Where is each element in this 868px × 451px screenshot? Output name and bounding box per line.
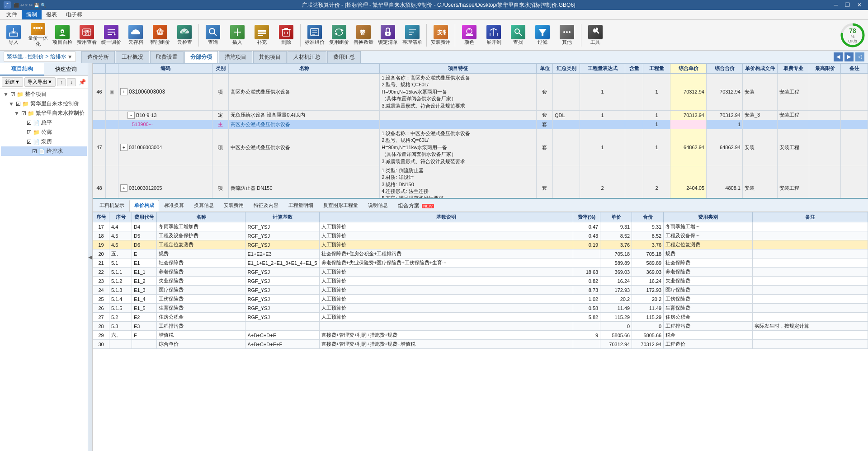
btn-search[interactable]: 查询 <box>201 22 225 49</box>
sidebar-down-btn[interactable]: ↓ <box>67 78 76 86</box>
bottom-tab-combo[interactable]: 组合方案 NEW <box>393 200 439 211</box>
btn-expand[interactable]: 展开到 <box>482 22 505 49</box>
btn-reuse[interactable]: 复用组价 <box>327 22 351 49</box>
expand-btn[interactable]: - <box>127 112 135 119</box>
btn-fee[interactable]: 费 费用查看 <box>75 22 99 49</box>
btrow-num: 29 <box>93 331 109 340</box>
expand-btn[interactable]: + <box>120 184 127 192</box>
bottom-tab-labor[interactable]: 工料机显示 <box>94 200 129 211</box>
bottom-tab-features[interactable]: 特征及内容 <box>249 200 283 211</box>
expand-btn[interactable]: + <box>120 144 127 151</box>
bottom-tab-quantity[interactable]: 工程量明细 <box>283 200 318 211</box>
tab-other-items[interactable]: 其他项目 <box>253 51 287 63</box>
btn-lock[interactable]: 锁定清单 <box>376 22 400 49</box>
tab-resources[interactable]: 人材机汇总 <box>288 51 326 63</box>
bottom-tab-desc[interactable]: 说明信息 <box>363 200 393 211</box>
btrow-unitprice: 5805.66 <box>600 331 632 340</box>
sidebar-pin-btn[interactable]: 📌 <box>79 79 86 85</box>
tab-fee-summary[interactable]: 费用汇总 <box>327 51 361 63</box>
tab-measures[interactable]: 措施项目 <box>219 51 252 63</box>
btn-find[interactable]: 查找 <box>506 22 530 49</box>
bottom-tab-install[interactable]: 安装费用 <box>219 200 249 211</box>
btn-sort[interactable]: 整理清单 <box>401 22 424 49</box>
tree-item-total[interactable]: ☑ 📄 总平 <box>1 118 87 127</box>
nav-prev[interactable]: ◀ <box>834 52 843 61</box>
btn-smart[interactable]: AI 智能组价 <box>148 22 172 49</box>
btn-cloudcheck[interactable]: 云检查 <box>173 22 196 49</box>
water-checkbox[interactable]: ☑ <box>32 148 37 155</box>
sidebar-up-btn[interactable]: ↑ <box>57 78 66 86</box>
tree-item-water[interactable]: ☑ 📄 给排水 <box>1 146 87 156</box>
tab-overview[interactable]: 工程概况 <box>116 51 149 63</box>
subproject-expand[interactable]: ▼ <box>14 110 20 117</box>
btn-std[interactable]: 标准组价 <box>303 22 326 49</box>
total-checkbox[interactable]: ☑ <box>27 120 32 126</box>
btn-import[interactable]: 导入 <box>2 22 25 49</box>
title-app-controls[interactable]: ⬛ ↩ × ✂ 💾 🔍 <box>14 3 46 8</box>
menu-report[interactable]: 报表 <box>42 10 61 19</box>
subproject-checkbox[interactable]: ☑ <box>21 110 26 117</box>
project-expand[interactable]: ▼ <box>8 101 14 107</box>
tree-item-project[interactable]: ▼ ☑ 📁 繁华里自来水控制价 <box>1 99 87 108</box>
row-check[interactable] <box>106 166 118 199</box>
btn-tools-label: 工具 <box>590 39 600 45</box>
bottom-tab-conv[interactable]: 换算信息 <box>189 200 219 211</box>
row-check[interactable]: ▣ <box>106 74 118 111</box>
expand-btn[interactable]: + <box>120 88 127 95</box>
breadcrumb-dropdown[interactable]: ▼ <box>67 54 73 60</box>
sidebar-tab-search[interactable]: 快速查询 <box>44 63 88 75</box>
btn-replace[interactable]: 替 替换数量 <box>352 22 375 49</box>
bottom-tab-trace[interactable]: 反查图形工程量 <box>318 200 363 211</box>
row-check[interactable] <box>106 120 118 129</box>
row-totalprice: 4808.1 <box>707 166 743 199</box>
root-expand[interactable]: ▼ <box>3 91 9 98</box>
tree-item-root[interactable]: ▼ ☑ 📁 整个项目 <box>1 89 87 99</box>
tab-cost-analysis[interactable]: 造价分析 <box>81 51 115 63</box>
root-checkbox[interactable]: ☑ <box>10 91 15 98</box>
btrow-unitprice: 369.03 <box>600 268 632 277</box>
btn-filter[interactable]: 过滤 <box>531 22 554 49</box>
minimize-btn[interactable]: ─ <box>831 2 840 8</box>
tab-sections[interactable]: 分部分项 <box>184 51 218 63</box>
btn-unify[interactable]: 统一调价 <box>99 22 123 49</box>
row-type: 项 <box>212 129 229 166</box>
btn-add[interactable]: 补充 <box>250 22 274 49</box>
row-num: 48 <box>93 166 106 199</box>
fee-icon: 费 <box>80 25 94 39</box>
tab-fee-settings[interactable]: 取费设置 <box>150 51 184 63</box>
tree-item-apt[interactable]: ☑ 📁 公寓 <box>1 127 87 137</box>
nav-collapse[interactable]: ◁ <box>855 52 864 61</box>
btn-self[interactable]: 项目自检 <box>51 22 74 49</box>
breadcrumb[interactable]: 繁华里...控制价 > 给排水 ▼ <box>4 52 76 62</box>
sidebar-collapse[interactable]: ◀ <box>88 63 93 451</box>
close-btn[interactable]: ✕ <box>854 2 864 8</box>
row-check[interactable] <box>106 110 118 120</box>
menu-edit[interactable]: 编制 <box>22 10 42 19</box>
tree-item-subproject[interactable]: ▼ ☑ 📁 繁华里自来水控制价 <box>1 108 87 118</box>
nav-next[interactable]: ▶ <box>844 52 854 61</box>
menu-electronic[interactable]: 电子标 <box>61 10 87 19</box>
project-checkbox[interactable]: ☑ <box>16 101 21 107</box>
window-controls[interactable]: ─ ❐ ✕ <box>831 2 864 8</box>
btn-cloud[interactable]: 云存档 <box>124 22 147 49</box>
menu-file[interactable]: 文件 <box>2 10 22 19</box>
btn-other[interactable]: 其他 <box>555 22 579 49</box>
btn-delete[interactable]: 删除 <box>274 22 298 49</box>
sidebar-tab-structure[interactable]: 项目结构 <box>0 63 44 75</box>
sidebar-import-btn[interactable]: 导入导出▼ <box>24 77 56 87</box>
apt-checkbox[interactable]: ☑ <box>27 129 32 136</box>
tree-item-pump[interactable]: ☑ 📄 泵房 <box>1 137 87 146</box>
pump-checkbox[interactable]: ☑ <box>27 139 32 145</box>
sidebar-new-btn[interactable]: 新建▼ <box>2 77 23 87</box>
btn-insert[interactable]: 插入 <box>226 22 249 49</box>
row-check[interactable] <box>106 129 118 166</box>
btrow-category: 失业保险费 <box>664 277 752 286</box>
bottom-tab-price[interactable]: 单价构成 <box>129 200 159 211</box>
bottom-tab-std[interactable]: 标准换算 <box>159 200 189 211</box>
btn-measure[interactable]: 量价一体化 <box>26 22 50 49</box>
btn-color[interactable]: 颜色 <box>458 22 481 49</box>
restore-btn[interactable]: ❐ <box>842 2 853 8</box>
title-icons: 广 ⬛ ↩ × ✂ 💾 🔍 <box>4 1 46 9</box>
btn-install[interactable]: 安装 安装费用 <box>429 22 453 49</box>
btn-tools[interactable]: 工具 <box>584 22 607 49</box>
